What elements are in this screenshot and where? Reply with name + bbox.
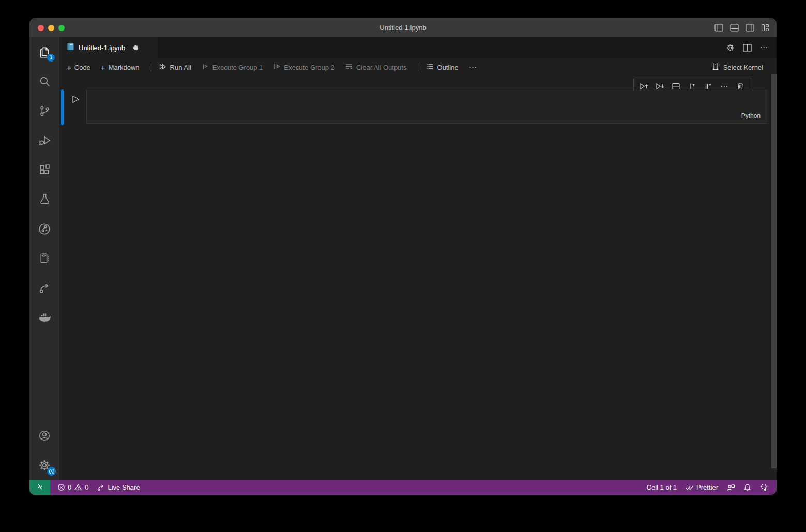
sidebar-item-docker[interactable] — [29, 302, 59, 332]
code-braces-icon — [759, 483, 768, 492]
traffic-lights — [38, 18, 65, 37]
notebook-cell[interactable]: Python — [59, 89, 777, 125]
sidebar-item-jupyter-notebook[interactable] — [29, 244, 59, 273]
explorer-badge: 1 — [47, 53, 55, 62]
run-debug-icon — [38, 134, 51, 147]
extensions-icon — [38, 163, 51, 176]
select-kernel-label: Select Kernel — [723, 64, 763, 71]
execute-group-1-label: Execute Group 1 — [212, 64, 263, 71]
toolbar-more-actions-button[interactable]: ⋯ — [469, 65, 477, 70]
search-icon — [38, 75, 51, 88]
settings-button[interactable] — [29, 450, 59, 480]
toggle-secondary-sidebar-icon[interactable] — [746, 24, 754, 32]
tab-bar: Untitled-1.ipynb ⋯ — [59, 37, 777, 58]
flask-icon — [38, 193, 51, 206]
prettier-button[interactable]: Prettier — [681, 483, 722, 491]
account-icon — [38, 429, 51, 443]
braces-extension-button[interactable] — [755, 483, 772, 492]
window-title: Untitled-1.ipynb — [29, 24, 777, 32]
sidebar-item-live-share[interactable] — [29, 273, 59, 302]
cell-indicator-label: Cell 1 of 1 — [647, 483, 677, 491]
run-all-button[interactable]: Run All — [159, 63, 191, 72]
sidebar-item-extensions[interactable] — [29, 155, 59, 185]
sidebar-item-explorer[interactable]: 1 — [29, 37, 59, 67]
remote-icon — [36, 483, 44, 492]
source-control-icon — [38, 104, 51, 117]
outline-list-icon — [425, 63, 434, 72]
run-cell-button[interactable] — [70, 94, 81, 105]
live-share-label: Live Share — [108, 483, 140, 491]
warning-icon — [74, 483, 82, 491]
add-markdown-cell-button[interactable]: + Markdown — [101, 64, 140, 71]
toggle-primary-sidebar-icon[interactable] — [714, 24, 723, 32]
execute-group-2-label: Execute Group 2 — [284, 64, 334, 71]
error-count: 0 — [68, 483, 71, 491]
more-icon: ⋯ — [469, 65, 477, 70]
prettier-label: Prettier — [696, 483, 718, 491]
bell-icon — [743, 483, 751, 492]
sidebar-item-source-control[interactable] — [29, 96, 59, 126]
tab-dirty-indicator[interactable] — [133, 45, 138, 50]
sidebar-item-git-graph[interactable] — [29, 214, 59, 244]
run-all-icon — [159, 63, 167, 72]
plus-icon: + — [67, 64, 71, 71]
more-actions-icon[interactable]: ⋯ — [760, 45, 768, 50]
run-all-label: Run All — [170, 64, 191, 71]
vscode-window: Untitled-1.ipynb 1 — [29, 18, 777, 495]
execute-group-1-icon — [202, 63, 209, 72]
problems-button[interactable]: 0 0 — [53, 483, 93, 491]
sidebar-item-testing[interactable] — [29, 185, 59, 214]
notebook-toolbar: + Code + Markdown Run All — [59, 58, 777, 77]
cell-code-editor[interactable]: Python — [86, 90, 767, 124]
toolbar-separator — [151, 63, 151, 71]
live-share-icon — [38, 281, 51, 295]
notifications-button[interactable] — [739, 483, 755, 492]
accounts-button[interactable] — [29, 421, 59, 450]
cell-focus-indicator[interactable] — [61, 89, 64, 125]
git-graph-circle-icon — [38, 222, 51, 236]
outline-label: Outline — [437, 64, 458, 71]
notebook-editor: ⋯ Python — [59, 77, 777, 480]
activity-bar: 1 — [29, 37, 59, 480]
notebook-icon — [38, 252, 51, 265]
maximize-window-button[interactable] — [58, 25, 65, 31]
clear-all-outputs-button[interactable]: Clear All Outputs — [345, 63, 407, 72]
status-bar: 0 0 Live Share Cell 1 of 1 Pr — [29, 480, 777, 495]
live-share-status-icon — [97, 483, 105, 492]
tab-untitled-1-ipynb[interactable]: Untitled-1.ipynb — [59, 37, 158, 58]
execute-group-2-icon — [273, 63, 281, 72]
execute-group-1-button[interactable]: Execute Group 1 — [202, 63, 263, 72]
toolbar-separator — [418, 63, 418, 71]
clear-outputs-icon — [345, 63, 353, 72]
remote-indicator-button[interactable] — [29, 480, 50, 495]
customize-layout-icon[interactable] — [761, 24, 769, 32]
add-markdown-label: Markdown — [109, 64, 140, 71]
editor-scrollbar[interactable] — [771, 74, 777, 468]
close-window-button[interactable] — [38, 25, 44, 31]
execute-group-2-button[interactable]: Execute Group 2 — [273, 63, 334, 72]
editor-actions: ⋯ — [726, 37, 768, 58]
plus-icon: + — [101, 64, 105, 71]
docker-whale-icon — [38, 310, 52, 324]
tab-label: Untitled-1.ipynb — [79, 44, 125, 52]
minimize-window-button[interactable] — [48, 25, 54, 31]
feedback-button[interactable] — [722, 483, 739, 492]
live-share-button[interactable]: Live Share — [93, 483, 144, 492]
select-kernel-button[interactable]: Select Kernel — [711, 58, 763, 77]
add-code-label: Code — [74, 64, 90, 71]
sidebar-item-run-debug[interactable] — [29, 126, 59, 155]
title-bar: Untitled-1.ipynb — [29, 18, 777, 37]
error-icon — [57, 483, 65, 491]
sidebar-item-search[interactable] — [29, 67, 59, 96]
settings-clock-badge — [47, 467, 56, 476]
notebook-settings-gear-icon[interactable] — [726, 43, 735, 52]
cell-language-picker[interactable]: Python — [739, 111, 763, 120]
add-code-cell-button[interactable]: + Code — [67, 64, 90, 71]
clear-all-outputs-label: Clear All Outputs — [356, 64, 407, 71]
cell-indicator[interactable]: Cell 1 of 1 — [643, 483, 681, 491]
outline-button[interactable]: Outline — [425, 63, 458, 72]
double-check-icon — [685, 484, 694, 491]
split-editor-icon[interactable] — [743, 44, 752, 52]
warning-count: 0 — [85, 483, 88, 491]
toggle-panel-icon[interactable] — [730, 24, 739, 32]
